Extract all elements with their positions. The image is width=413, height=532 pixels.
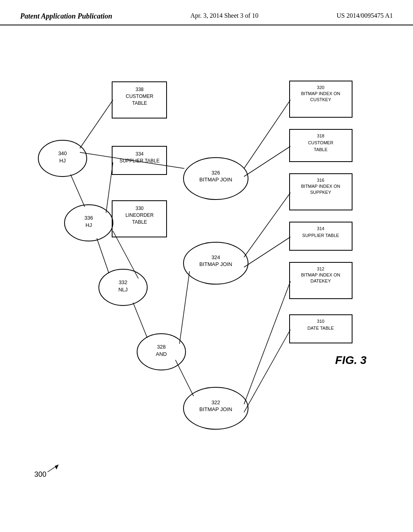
svg-text:336: 336 (84, 215, 93, 221)
svg-line-11 (244, 193, 290, 257)
svg-text:CUSTOMER: CUSTOMER (308, 140, 334, 145)
svg-text:CUSTOMER: CUSTOMER (126, 94, 154, 99)
svg-text:BITMAP INDEX ON: BITMAP INDEX ON (301, 272, 340, 277)
svg-text:316: 316 (317, 178, 324, 183)
svg-line-1 (71, 175, 85, 207)
svg-text:BITMAP JOIN: BITMAP JOIN (199, 261, 232, 267)
svg-marker-72 (55, 465, 58, 470)
svg-line-10 (244, 146, 290, 177)
svg-text:BITMAP JOIN: BITMAP JOIN (199, 406, 232, 412)
svg-line-9 (244, 100, 290, 168)
svg-text:BITMAP JOIN: BITMAP JOIN (199, 177, 232, 183)
svg-line-3 (97, 238, 109, 273)
svg-text:TABLE: TABLE (314, 147, 327, 152)
svg-text:332: 332 (119, 279, 127, 285)
patent-number: US 2014/0095475 A1 (336, 12, 393, 19)
sheet-info: Apr. 3, 2014 Sheet 3 of 10 (190, 12, 259, 19)
svg-text:HJ: HJ (86, 222, 92, 228)
svg-text:320: 320 (317, 85, 324, 90)
svg-text:322: 322 (211, 399, 220, 405)
svg-text:CUSTKEY: CUSTKEY (310, 97, 332, 102)
svg-text:330: 330 (136, 206, 144, 211)
svg-text:326: 326 (211, 170, 220, 176)
svg-text:DATE TABLE: DATE TABLE (307, 326, 334, 330)
svg-text:300: 300 (34, 470, 46, 478)
svg-text:HJ: HJ (59, 158, 66, 164)
svg-text:340: 340 (58, 150, 67, 156)
svg-text:LINEORDER: LINEORDER (125, 212, 154, 218)
svg-line-12 (244, 237, 290, 267)
svg-text:334: 334 (136, 151, 144, 157)
svg-text:DATEKEY: DATEKEY (311, 278, 331, 283)
svg-text:SUPPLIER TABLE: SUPPLIER TABLE (302, 233, 339, 238)
svg-text:TABLE: TABLE (132, 219, 147, 225)
svg-text:338: 338 (136, 87, 144, 92)
svg-line-5 (133, 303, 147, 338)
svg-text:314: 314 (317, 226, 324, 231)
svg-text:AND: AND (156, 351, 167, 357)
page-header: Patent Application Publication Apr. 3, 2… (0, 0, 413, 25)
svg-line-13 (244, 281, 290, 404)
svg-text:SUPPKEY: SUPPKEY (310, 190, 332, 195)
svg-text:328: 328 (157, 344, 166, 350)
svg-text:NLJ: NLJ (118, 287, 127, 293)
svg-line-7 (179, 271, 190, 344)
svg-text:BITMAP INDEX ON: BITMAP INDEX ON (301, 91, 340, 96)
svg-line-0 (80, 100, 113, 148)
svg-text:TABLE: TABLE (132, 100, 147, 106)
svg-text:312: 312 (317, 266, 324, 271)
svg-text:310: 310 (317, 319, 324, 324)
svg-text:318: 318 (317, 133, 324, 138)
svg-text:324: 324 (211, 254, 220, 260)
publication-label: Patent Application Publication (20, 12, 112, 21)
svg-text:SUPPLIER TABLE: SUPPLIER TABLE (119, 158, 160, 164)
svg-text:BITMAP INDEX ON: BITMAP INDEX ON (301, 184, 340, 189)
svg-text:FIG. 3: FIG. 3 (335, 354, 367, 366)
diagram-svg: 340 HJ 336 HJ 332 NLJ 328 AND 326 BITMAP… (0, 25, 413, 509)
diagram-area: 340 HJ 336 HJ 332 NLJ 328 AND 326 BITMAP… (0, 25, 413, 509)
